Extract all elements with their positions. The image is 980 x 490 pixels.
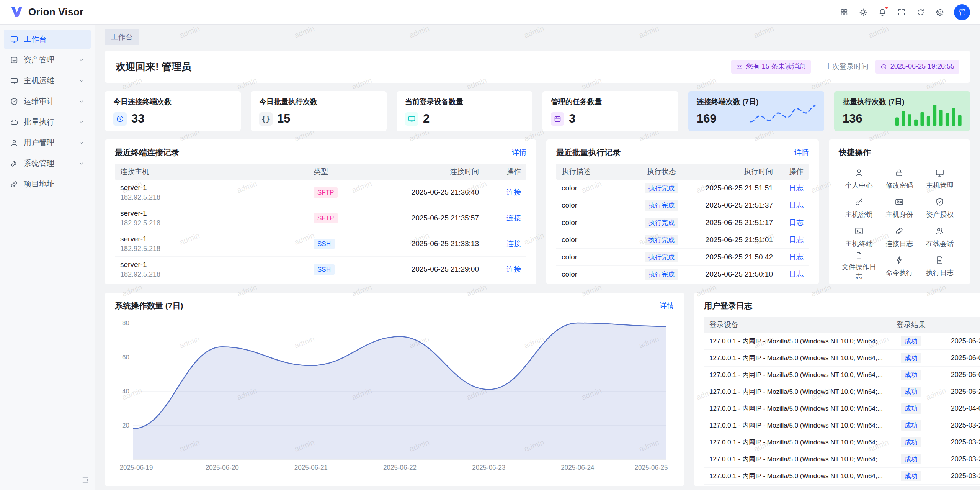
theme-button[interactable] <box>855 4 871 20</box>
quick-action-asset-authorization[interactable]: 资产授权 <box>920 193 960 223</box>
log-link[interactable]: 日志 <box>789 184 804 192</box>
quick-actions-grid: 个人中心修改密码主机管理主机密钥主机身份资产授权主机终端连接日志在线会话文件操作… <box>839 164 960 281</box>
exec-details-link[interactable]: 详情 <box>794 147 809 157</box>
terminal-trend-sparkline <box>748 102 817 126</box>
login-row: 127.0.0.1 - 内网IP - Mozilla/5.0 (Windows … <box>704 333 980 350</box>
login-device: 127.0.0.1 - 内网IP - Mozilla/5.0 (Windows … <box>704 404 888 413</box>
login-row: 127.0.0.1 - 内网IP - Mozilla/5.0 (Windows … <box>704 451 980 468</box>
chart-details-link[interactable]: 详情 <box>660 301 674 311</box>
column-header: 连接主机 <box>115 167 308 177</box>
sidebar-item-project-url[interactable]: 项目地址 <box>4 175 91 193</box>
host-name: server-1 <box>120 234 303 244</box>
exec-row: color执行完成2025-06-25 21:51:17日志 <box>556 214 809 231</box>
login-time: 2025-06-06 16:08:17 <box>934 354 980 362</box>
log-link[interactable]: 日志 <box>789 236 804 244</box>
system-ops-chart-card: 系统操作数量 (7日) 详情 204060802025-06-192025-06… <box>105 293 684 486</box>
quick-action-personal-center[interactable]: 个人中心 <box>839 164 879 193</box>
exec-status-tag: 执行完成 <box>645 218 678 228</box>
terminal-row: server-1182.92.5.218SFTP2025-06-25 21:36… <box>115 180 526 205</box>
exec-trend-sparkline <box>894 102 963 126</box>
sidebar-item-system-mgmt[interactable]: 系统管理 <box>4 154 91 173</box>
svg-text:2025-06-23: 2025-06-23 <box>472 464 505 471</box>
recent-exec-card: 最近批量执行记录 详情 执行描述执行状态执行时间操作color执行完成2025-… <box>546 139 819 284</box>
login-time: 2025-03-22 01:01:31 <box>934 438 980 446</box>
quick-action-command-execution[interactable]: 命令执行 <box>879 252 920 281</box>
stat-value: 2 <box>423 112 430 126</box>
quick-action-file-operation-logs[interactable]: 文件操作日志 <box>839 252 879 281</box>
notifications-button[interactable] <box>874 4 890 20</box>
connect-link[interactable]: 连接 <box>506 239 521 247</box>
theme-icon <box>859 8 867 16</box>
svg-text:80: 80 <box>122 320 129 327</box>
terminal-row: server-1182.92.5.218SFTP2025-06-25 21:35… <box>115 205 526 231</box>
protocol-tag: SFTP <box>314 187 338 198</box>
quick-action-label: 执行日志 <box>926 268 954 277</box>
log-link[interactable]: 日志 <box>789 270 804 278</box>
log-link[interactable]: 日志 <box>789 253 804 261</box>
sidebar-item-batch-exec[interactable]: 批量执行 <box>4 113 91 131</box>
user-avatar[interactable]: 管 <box>954 4 970 20</box>
terminal-details-link[interactable]: 详情 <box>512 147 526 157</box>
sidebar-item-assets[interactable]: 资产管理 <box>4 51 91 69</box>
chevron-down-icon <box>78 119 85 125</box>
quick-action-host-terminal[interactable]: 主机终端 <box>839 223 879 252</box>
flash-icon <box>895 256 904 265</box>
exec-time: 2025-06-25 21:50:42 <box>690 253 778 261</box>
settings-button[interactable] <box>932 4 948 20</box>
login-device: 127.0.0.1 - 内网IP - Mozilla/5.0 (Windows … <box>704 370 888 379</box>
svg-text:2025-06-24: 2025-06-24 <box>561 464 594 471</box>
quick-action-execution-logs[interactable]: 执行日志 <box>920 252 960 281</box>
unread-messages-badge[interactable]: 您有 15 条未读消息 <box>731 60 811 74</box>
sidebar-item-workbench[interactable]: 工作台 <box>4 30 91 49</box>
apps-button[interactable] <box>836 4 852 20</box>
chevron-down-icon <box>78 160 85 167</box>
refresh-button[interactable] <box>913 4 929 20</box>
login-result-tag: 成功 <box>901 387 921 397</box>
key-icon <box>854 197 864 206</box>
exec-desc: color <box>556 270 633 279</box>
exec-status-tag: 执行完成 <box>645 200 678 211</box>
watermark-text: admin <box>523 25 546 40</box>
quick-action-connection-logs[interactable]: 连接日志 <box>879 223 920 252</box>
users-icon <box>935 226 944 236</box>
stat-icon-box <box>551 112 564 126</box>
sidebar-item-user-mgmt[interactable]: 用户管理 <box>4 133 91 152</box>
system-ops-area-chart: 204060802025-06-192025-06-202025-06-2120… <box>115 317 674 474</box>
link-icon <box>895 226 904 236</box>
watermark-text: admin <box>408 25 431 40</box>
column-header: 执行时间 <box>690 167 778 177</box>
sidebar-item-label: 用户管理 <box>24 138 54 148</box>
sidebar-item-host-ops[interactable]: 主机运维 <box>4 71 91 90</box>
breadcrumb[interactable]: 工作台 <box>105 29 139 45</box>
connect-link[interactable]: 连接 <box>506 188 521 196</box>
quick-action-host-keys[interactable]: 主机密钥 <box>839 193 879 223</box>
connect-link[interactable]: 连接 <box>506 265 521 273</box>
log-link[interactable]: 日志 <box>789 218 804 226</box>
user-icon <box>10 139 18 147</box>
login-time: 2025-05-29 19:43:57 <box>934 388 980 396</box>
login-table: 登录设备登录结果登录时间127.0.0.1 - 内网IP - Mozilla/5… <box>704 317 980 485</box>
quick-action-host-management[interactable]: 主机管理 <box>920 164 960 193</box>
exec-row: color执行完成2025-06-25 21:51:51日志 <box>556 180 809 197</box>
login-device: 127.0.0.1 - 内网IP - Mozilla/5.0 (Windows … <box>704 421 888 430</box>
svg-text:40: 40 <box>122 388 129 395</box>
quick-action-online-sessions[interactable]: 在线会话 <box>920 223 960 252</box>
sidebar-item-label: 工作台 <box>24 34 47 44</box>
quick-action-label: 资产授权 <box>926 210 954 219</box>
sidebar-item-ops-audit[interactable]: 运维审计 <box>4 92 91 111</box>
login-time: 2025-06-25 19:26:55 <box>934 337 980 345</box>
login-time: 2025-06-06 15:54:26 <box>934 371 980 379</box>
login-result-tag: 成功 <box>901 336 921 346</box>
fullscreen-button[interactable] <box>893 4 910 20</box>
terminal-icon <box>854 226 864 236</box>
login-result-tag: 成功 <box>901 471 921 481</box>
quick-action-change-password[interactable]: 修改密码 <box>879 164 920 193</box>
connect-link[interactable]: 连接 <box>506 214 521 222</box>
connect-time: 2025-06-25 21:33:13 <box>366 239 484 248</box>
quick-action-host-identity[interactable]: 主机身份 <box>879 193 920 223</box>
exec-status-tag: 执行完成 <box>645 269 678 280</box>
log-link[interactable]: 日志 <box>789 201 804 209</box>
exec-status-tag: 执行完成 <box>645 252 678 262</box>
sidebar-collapse-button[interactable] <box>82 476 89 484</box>
card-title: 用户登录日志 <box>704 300 752 311</box>
